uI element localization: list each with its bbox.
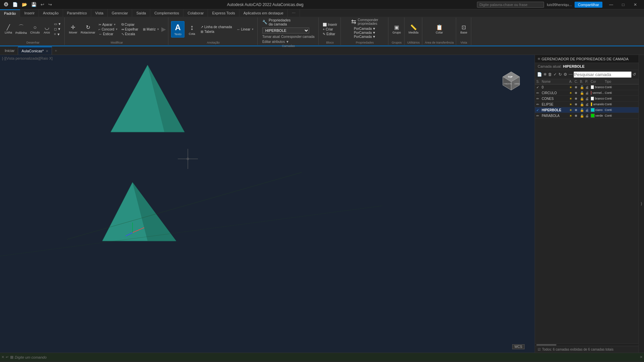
layer-on-parabola[interactable]: ☀ [569,114,572,118]
texto-button[interactable]: A Texto [171,21,184,38]
tabela-button[interactable]: ⊞Tabela [199,29,233,34]
more-button[interactable]: ⋯ [568,71,573,78]
delete-layer-button[interactable]: 🗑 [548,71,552,78]
layer-freeze-cones[interactable]: ❄ [575,97,577,101]
corresponder-prop-button[interactable]: ⇆ [351,18,356,25]
copiar-button[interactable]: ⧉Copiar [120,22,140,27]
canvas-area[interactable]: [-][Vista personalizada][Raio X] [0,55,535,353]
layer-hscroll[interactable] [536,344,556,346]
tab-saida[interactable]: Saída [132,9,150,17]
medida-button[interactable]: 📏 Medida [407,23,420,35]
polilinha-button[interactable]: ⌒ Polilinha [14,23,28,35]
layer-selector[interactable]: HIPERBOLE 0 CIRCULO CONES ELIPSE PARABOL… [262,27,309,34]
editar-atributos[interactable]: Editar atributos ▼ [262,40,289,44]
new-layer-button[interactable]: 📄 [537,71,542,78]
layer-row-0[interactable]: ✓ 0 ☀ ❄ 🔓 🖨 branco Conti [535,84,639,90]
tab-padrao[interactable]: Padrão [0,9,20,17]
layer-lock-cones[interactable]: 🔓 [580,97,584,101]
layer-row-cones[interactable]: ✏ CONES ☀ ❄ 🔓 🖨 branco Conti [535,96,639,102]
minimize-button[interactable]: — [605,0,617,9]
layer-row-parabola[interactable]: ✏ PARABOLA ☀ ❄ 🔓 🖨 verde Conti [535,113,639,119]
aparar-button[interactable]: ✂Aparar▼ [97,22,119,27]
layer-color-swatch-circulo[interactable] [591,91,592,95]
inserir-block-button[interactable]: ⬜Inserir [321,22,338,27]
close-button[interactable]: ✕ [629,0,641,9]
tab-aula-conicas[interactable]: AulaConicas* ✕ [18,47,52,55]
layer-on-cones[interactable]: ☀ [569,97,572,101]
corresponder-camada[interactable]: Corresponder camada [281,35,315,39]
undo-icon[interactable]: ↩ [39,1,46,8]
tab-parametrico[interactable]: Paramétrico [63,9,91,17]
esticar-button[interactable]: ↔Esticar [97,32,119,36]
tab-close-icon[interactable]: ✕ [46,49,48,53]
draw-extra-1[interactable]: ▭▼ [53,22,63,26]
porcamada2-dropdown[interactable]: ▼ [372,31,376,35]
linha-button[interactable]: ╱ Linha [3,23,13,35]
tab-gerenciar[interactable]: Gerenciar [108,9,132,17]
cmd-palette-icon[interactable]: ▦ [10,355,13,359]
tab-aplicativos[interactable]: Aplicativos em destaque [239,9,288,17]
cmd-enter-icon[interactable]: ↵ [6,355,9,359]
criar-block-button[interactable]: +Criar [321,27,338,32]
layer-on-elipse[interactable]: ☀ [569,103,572,106]
tab-express[interactable]: Express Tools [208,9,239,17]
layer-plot-circulo[interactable]: 🖨 [585,91,589,95]
tab-complementos[interactable]: Complementos [150,9,183,17]
save-icon[interactable]: 💾 [30,1,38,8]
search-input[interactable] [477,2,544,8]
tomar-atual[interactable]: Tomar atual [262,35,280,39]
layer-freeze-elipse[interactable]: ❄ [575,103,577,106]
draw-extra-2[interactable]: ◻▼ [53,27,63,31]
layer-plot-cones[interactable]: 🖨 [585,97,589,101]
layer-freeze-circulo[interactable]: ❄ [575,91,577,95]
settings-button[interactable]: ⚙ [563,71,568,78]
refresh-layer-button[interactable]: ↺ [632,71,637,78]
layer-plot-0[interactable]: 🖨 [585,85,589,89]
cmd-close-btn[interactable]: ✕ [640,355,643,359]
layer-color-swatch-hiperbole[interactable] [591,108,595,112]
layer-on-0[interactable]: ☀ [569,85,572,89]
linear-button[interactable]: ↔Linear▼ [235,27,256,32]
new-frozen-layer-button[interactable]: ❄ [543,71,547,78]
refresh-button[interactable]: ↻ [558,71,562,78]
maximize-button[interactable]: □ [617,0,629,9]
cmd-x-btn[interactable]: ✕ [1,355,4,359]
layer-freeze-hiperbole[interactable]: ❄ [575,108,577,112]
tab-anotacao[interactable]: Anotação [39,9,63,17]
layer-plot-elipse[interactable]: 🖨 [585,103,589,106]
layer-lock-hiperbole[interactable]: 🔓 [580,108,584,112]
layer-plot-hiperbole[interactable]: 🖨 [585,108,589,112]
linha-chamada-button[interactable]: ↗Linha de chamada [199,25,233,29]
concord-button[interactable]: ⌐Concord▼ [97,27,119,32]
tab-more[interactable]: ⋯ [288,9,300,17]
tab-inserir[interactable]: Inserir [20,9,39,17]
layer-row-hiperbole[interactable]: ✓ HIPERBOLE ☀ ❄ 🔓 🖨 ciano Conti [535,107,639,113]
layer-on-hiperbole[interactable]: ☀ [569,108,572,112]
layer-plot-parabola[interactable]: 🖨 [585,114,589,118]
layer-on-circulo[interactable]: ☀ [569,91,572,95]
redo-icon[interactable]: ↪ [47,1,53,8]
porcamada3-dropdown[interactable]: ▼ [372,35,376,39]
layer-lock-circulo[interactable]: 🔓 [580,91,584,95]
collapse-panel-button[interactable]: ⟩ [639,55,644,353]
layer-row-elipse[interactable]: ✏ ELIPSE ☀ ❄ 🔓 🖨 amarelo Conti [535,102,639,107]
view-cube[interactable]: TOP FRENTE DIREI [498,65,525,95]
layer-search-input[interactable] [574,71,632,78]
cota-button[interactable]: ↕ Cota [185,22,199,37]
layer-color-swatch-parabola[interactable] [591,114,595,118]
colar-button[interactable]: 📋 Colar [434,23,444,35]
layer-lock-0[interactable]: 🔓 [580,85,584,89]
rotacionar-button[interactable]: ↻ Rotacionar [79,23,97,35]
tab-iniciar[interactable]: Iniciar [1,47,18,55]
draw-extra-3[interactable]: ⌗▼ [53,32,63,37]
base-button[interactable]: ⊡ Base [459,23,469,35]
circulo-button[interactable]: ○ Círculo [29,24,41,35]
command-input[interactable] [15,355,640,359]
layer-prop-button[interactable]: Propriedadesda camada [269,18,290,26]
layer-color-swatch-0[interactable] [591,85,594,89]
editar-block-button[interactable]: ✎Editar [321,32,338,36]
espelhar-button[interactable]: ⇔Espelhar [120,27,140,32]
mover-button[interactable]: ✛ Mover [67,23,78,35]
grupo-button[interactable]: ▣ Grupo [391,23,402,35]
escala-button[interactable]: ⤡Escala [120,32,140,36]
